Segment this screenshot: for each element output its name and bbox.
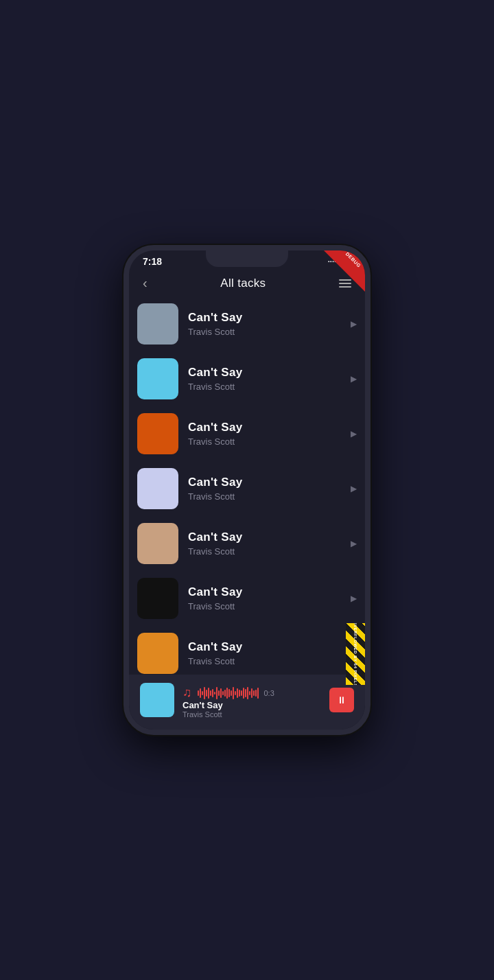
track-info-6: Can't Say Travis Scott [188, 585, 344, 611]
track-info-3: Can't Say Travis Scott [188, 421, 344, 447]
track-title-3: Can't Say [188, 421, 344, 434]
track-title-4: Can't Say [188, 476, 344, 489]
waveform-bar [233, 687, 234, 699]
waveform-bar [200, 688, 201, 698]
status-time: 7:18 [143, 256, 162, 267]
play-icon-3: ▶ [344, 429, 357, 439]
waveform-bar [251, 688, 252, 698]
track-title-6: Can't Say [188, 585, 344, 599]
track-thumb-3 [137, 413, 178, 454]
waveform-bar [212, 689, 213, 697]
waveform-bar [247, 687, 248, 699]
now-playing-title: Can't Say [183, 700, 321, 710]
track-thumb-7 [137, 633, 178, 674]
waveform-bar [231, 690, 232, 696]
track-thumb-1 [137, 303, 178, 345]
waveform-bar [257, 688, 259, 699]
waveform-bar [241, 690, 242, 696]
page-title: All tacks [220, 277, 266, 290]
waveform-bar [218, 690, 220, 696]
waveform-bar [249, 691, 250, 695]
menu-line-1 [339, 279, 351, 281]
track-item-4[interactable]: Can't Say Travis Scott ▶ [137, 461, 357, 516]
track-artist-6: Travis Scott [188, 601, 344, 611]
waveform-bar [253, 690, 255, 696]
track-artist-5: Travis Scott [188, 546, 344, 557]
overflow-text: OVERFLOWED BY 64 PIXELS [353, 623, 357, 685]
now-playing-bar: ♫ 0:3 Can't Say Travis Scott ⏸ [129, 675, 365, 730]
menu-button[interactable] [339, 279, 351, 288]
waveform-bar [202, 691, 203, 695]
track-item-6[interactable]: Can't Say Travis Scott ▶ [137, 571, 357, 626]
waveform-bar [220, 688, 222, 698]
now-playing-info: ♫ 0:3 Can't Say Travis Scott [183, 681, 321, 719]
play-icon-1: ▶ [344, 319, 357, 329]
waveform-bar [255, 690, 257, 697]
track-title-7: Can't Say [188, 640, 344, 654]
waveform-bar [208, 688, 209, 699]
waveform-bar [222, 691, 224, 695]
track-thumb-4 [137, 468, 178, 509]
waveform-bar [235, 691, 236, 695]
waveform-bar [204, 687, 205, 699]
waveform-bar [237, 688, 238, 698]
waveform-bar [226, 688, 228, 699]
track-artist-3: Travis Scott [188, 436, 344, 447]
waveform-bar [198, 690, 199, 696]
pause-button[interactable]: ⏸ [329, 688, 354, 712]
now-playing-thumb [140, 683, 174, 717]
menu-line-3 [339, 286, 351, 288]
track-title-2: Can't Say [188, 366, 344, 380]
waveform-bars [198, 686, 259, 700]
track-info-2: Can't Say Travis Scott [188, 366, 344, 392]
track-info-5: Can't Say Travis Scott [188, 530, 344, 557]
notch [206, 250, 288, 267]
waveform-area: ♫ 0:3 [183, 686, 321, 700]
waveform-bar [216, 687, 217, 699]
track-title-5: Can't Say [188, 530, 344, 544]
side-button-left [124, 305, 125, 326]
track-item-3[interactable]: Can't Say Travis Scott ▶ [137, 406, 357, 461]
waveform-bar [214, 692, 215, 695]
track-thumb-2 [137, 358, 178, 399]
track-artist-7: Travis Scott [188, 656, 344, 666]
waveform-bar [206, 690, 207, 697]
track-item-5[interactable]: Can't Say Travis Scott ▶ [137, 516, 357, 571]
waveform-bar [228, 689, 230, 697]
track-thumb-5 [137, 523, 178, 564]
play-icon-6: ▶ [344, 594, 357, 603]
waveform-bar [239, 690, 240, 697]
track-title-1: Can't Say [188, 311, 344, 325]
waveform-bar [210, 690, 211, 696]
waveform-icon: ♫ [183, 686, 192, 700]
track-info-1: Can't Say Travis Scott [188, 311, 344, 337]
waveform-bar [245, 689, 246, 697]
track-item-7[interactable]: Can't Say Travis Scott ▶ [137, 626, 357, 681]
track-thumb-6 [137, 578, 178, 619]
track-info-4: Can't Say Travis Scott [188, 476, 344, 502]
play-icon-2: ▶ [344, 374, 357, 384]
menu-line-2 [339, 283, 351, 284]
track-list: Can't Say Travis Scott ▶ Can't Say Travi… [129, 296, 365, 710]
track-artist-4: Travis Scott [188, 491, 344, 502]
track-item-2[interactable]: Can't Say Travis Scott ▶ [137, 351, 357, 406]
track-item-1[interactable]: Can't Say Travis Scott ▶ [137, 296, 357, 351]
header: ‹ All tacks [129, 270, 365, 296]
play-icon-4: ▶ [344, 484, 357, 493]
waveform-bar [224, 690, 226, 697]
now-playing-artist: Travis Scott [183, 710, 321, 719]
track-info-7: Can't Say Travis Scott [188, 640, 344, 666]
back-button[interactable]: ‹ [143, 275, 148, 291]
overflow-warning: OVERFLOWED BY 64 PIXELS [346, 623, 365, 685]
waveform-bar [243, 688, 244, 699]
track-artist-2: Travis Scott [188, 382, 344, 392]
phone-frame: DEBUG 7:18 ···· ▾ ▮ ‹ All tacks Can't Sa… [124, 245, 370, 735]
side-button-right [369, 319, 370, 353]
debug-label: DEBUG [345, 251, 362, 268]
play-icon-5: ▶ [344, 539, 357, 548]
track-artist-1: Travis Scott [188, 327, 344, 337]
time-label: 0:3 [264, 689, 274, 697]
